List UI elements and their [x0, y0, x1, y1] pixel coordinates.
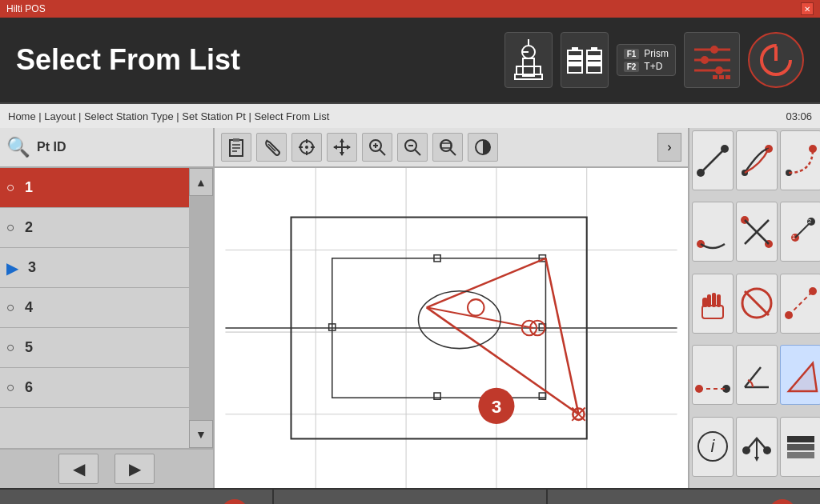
- pt-id-label: Pt ID: [37, 140, 66, 154]
- scroll-up-button[interactable]: ▲: [189, 168, 213, 196]
- angle-tool-button[interactable]: [736, 345, 778, 405]
- drawing-area: 3: [215, 168, 688, 488]
- manual-button[interactable]: Manual: [274, 490, 548, 504]
- svg-marker-42: [347, 145, 351, 150]
- svg-point-19: [715, 66, 723, 74]
- zoom-fit-tool[interactable]: [432, 133, 463, 162]
- svg-line-44: [380, 150, 385, 155]
- svg-rect-67: [434, 393, 440, 399]
- concave-arc-button[interactable]: [692, 202, 734, 262]
- total-station-icon: [504, 32, 553, 88]
- curve-tool-button[interactable]: [780, 130, 820, 190]
- svg-text:3: 3: [492, 397, 502, 417]
- list-item[interactable]: ○ 2: [0, 208, 189, 248]
- f1-label: Prism: [644, 48, 669, 59]
- layers-button[interactable]: [780, 417, 820, 477]
- svg-rect-52: [441, 143, 451, 148]
- list-item[interactable]: ○ 5: [0, 328, 189, 368]
- list-scrollbar[interactable]: ▲ ▼: [189, 168, 213, 448]
- svg-rect-102: [712, 293, 716, 307]
- svg-rect-12: [588, 55, 601, 60]
- svg-rect-104: [702, 298, 708, 307]
- line-tool-button[interactable]: [692, 130, 734, 190]
- svg-point-50: [440, 140, 452, 151]
- list-item[interactable]: ○ 6: [0, 368, 189, 408]
- clock: 03:06: [786, 110, 812, 122]
- svg-rect-68: [539, 393, 545, 399]
- no-entry-button[interactable]: [736, 274, 778, 334]
- svg-line-48: [415, 150, 420, 155]
- list-item[interactable]: ▶ 3: [0, 248, 189, 288]
- function-keys: F1 Prism F2 T+D: [617, 44, 676, 76]
- f2-badge: F2: [624, 62, 640, 72]
- close-button[interactable]: ✕: [801, 2, 814, 15]
- radio-icon-5: ○: [6, 339, 15, 356]
- right-panel: 21 i: [688, 128, 820, 488]
- contrast-tool[interactable]: [468, 133, 498, 162]
- toolbar-expand-button[interactable]: ›: [657, 133, 681, 162]
- list-item[interactable]: ○ 1: [0, 168, 189, 208]
- breadcrumb-path: Home | Layout | Select Station Type | Se…: [8, 110, 329, 122]
- svg-marker-122: [754, 457, 759, 462]
- search-bar: 🔍 Pt ID: [0, 128, 213, 168]
- cancel-button[interactable]: Cancel 1: [0, 490, 274, 504]
- list-item[interactable]: ○ 4: [0, 288, 189, 328]
- svg-rect-26: [233, 138, 239, 142]
- ok-button[interactable]: OK 2: [548, 490, 820, 504]
- item-label-4: 4: [25, 299, 33, 316]
- zoom-in-tool[interactable]: [362, 133, 392, 162]
- title-bar: Hilti POS ✕: [0, 0, 820, 18]
- breadcrumb: Home | Layout | Select Station Type | Se…: [0, 104, 820, 128]
- page-next-button[interactable]: ▶: [115, 454, 155, 484]
- svg-marker-39: [340, 138, 344, 142]
- clipboard-tool[interactable]: [221, 133, 251, 162]
- svg-line-109: [789, 291, 813, 315]
- crosshair-tool[interactable]: [291, 133, 322, 162]
- route-button[interactable]: [736, 417, 778, 477]
- svg-rect-124: [787, 444, 814, 450]
- item-label-3: 3: [28, 259, 36, 276]
- search-icon[interactable]: 🔍: [6, 136, 30, 158]
- svg-line-51: [450, 150, 456, 155]
- svg-rect-20: [719, 75, 724, 79]
- svg-line-85: [701, 149, 725, 173]
- move-tool[interactable]: [327, 133, 357, 162]
- header-icons: F1 Prism F2 T+D: [504, 32, 804, 88]
- f1-row: F1 Prism: [624, 48, 669, 59]
- svg-rect-7: [572, 47, 578, 50]
- radio-icon-3: ▶: [6, 258, 18, 278]
- dashed-segment-button[interactable]: [692, 345, 734, 405]
- svg-marker-40: [340, 152, 344, 156]
- dashed-line-button[interactable]: [780, 274, 820, 334]
- page-prev-button[interactable]: ◀: [58, 454, 98, 484]
- list-area: ○ 1 ○ 2 ▶ 3 ○ 4 ○ 5 ○ 6: [0, 168, 213, 448]
- arc-tool-button[interactable]: [736, 130, 778, 190]
- svg-point-70: [468, 299, 484, 316]
- left-panel: 🔍 Pt ID ○ 1 ○ 2 ▶ 3 ○ 4 ○ 5: [0, 128, 215, 488]
- svg-text:1: 1: [792, 234, 796, 241]
- info-button[interactable]: i: [692, 417, 734, 477]
- sliders-icon[interactable]: [684, 32, 740, 88]
- zoom-out-tool[interactable]: [397, 133, 428, 162]
- f2-row: F2 T+D: [624, 61, 669, 72]
- svg-point-17: [710, 46, 718, 54]
- wrench-tool[interactable]: [256, 133, 287, 162]
- hand-tool-button[interactable]: [692, 274, 734, 334]
- svg-rect-123: [787, 436, 814, 442]
- svg-point-18: [701, 56, 709, 64]
- item-label-5: 5: [25, 339, 33, 356]
- svg-rect-8: [569, 55, 581, 60]
- cross-tool-button[interactable]: [736, 202, 778, 262]
- radio-icon-1: ○: [6, 179, 15, 196]
- radio-icon-6: ○: [6, 379, 15, 396]
- svg-rect-22: [713, 75, 718, 79]
- page-title: Select From List: [16, 43, 504, 77]
- svg-line-106: [745, 291, 769, 315]
- svg-text:i: i: [711, 436, 716, 456]
- power-button[interactable]: [748, 32, 804, 88]
- triangle-button[interactable]: [780, 345, 820, 405]
- numbered-points-button[interactable]: 21: [780, 202, 820, 262]
- scroll-down-button[interactable]: ▼: [189, 420, 213, 448]
- page-nav: ◀ ▶: [0, 448, 213, 488]
- svg-rect-1: [517, 66, 541, 74]
